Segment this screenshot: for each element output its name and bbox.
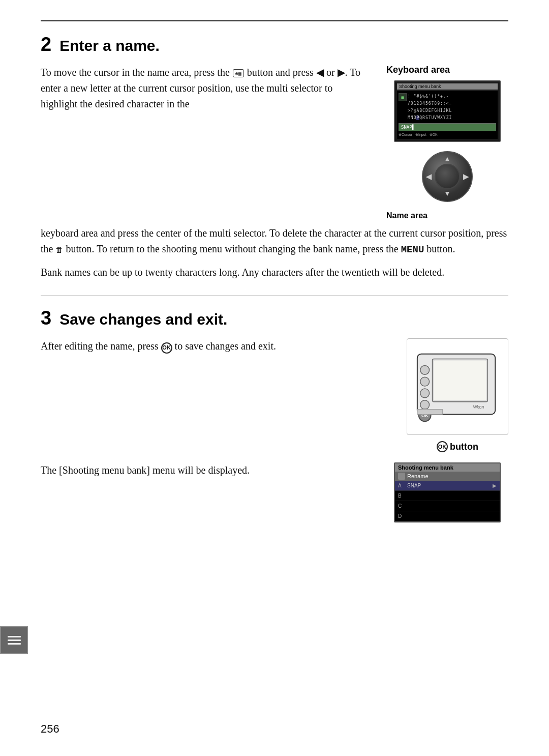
menu-rename-label: Rename [407, 473, 429, 479]
kb-name-input: SNAP▌ [399, 123, 496, 131]
svg-point-6 [420, 400, 430, 410]
section2: 2 Enter a name. To move the cursor in th… [41, 34, 508, 280]
section3-text: After editing the name, press OK to save… [41, 338, 391, 452]
menu-screen-container: Shooting menu bank Rename A SNAP ▶ B [386, 462, 508, 522]
kb-row4: MNOPQRSTUVWXYZI [408, 114, 496, 122]
svg-rect-2 [434, 361, 486, 400]
menu-row-b-label: B [398, 493, 407, 499]
section3-header: 3 Save changes and exit. [41, 307, 508, 329]
name-area-label: Name area [386, 211, 428, 220]
menu-rows: A SNAP ▶ B C D [395, 481, 500, 521]
menu-row-a-name: SNAP [407, 483, 493, 488]
section3-content: After editing the name, press OK to save… [41, 338, 508, 452]
kb-footer: ⊕Cursor ⊕Input ⊛OK [399, 133, 496, 137]
section3-bottom: The [Shooting menu bank] menu will be di… [41, 462, 508, 522]
svg-text:Nikon: Nikon [473, 404, 484, 410]
section3-number: 3 [41, 307, 51, 329]
keyboard-screen: Shooting menu bank ▦ ! "#$%&'()*+,- /012… [394, 80, 501, 142]
menu-button-label: MENU [401, 244, 424, 255]
trash-icon: 🗑 [55, 244, 63, 256]
tab-line-2 [8, 639, 21, 641]
section2-number: 2 [41, 34, 51, 55]
section2-right-panel: Keyboard area Shooting menu bank ▦ ! "#$… [386, 65, 508, 220]
bank-names-text: Bank names can be up to twenty character… [41, 265, 508, 280]
kb-title-bar: Shooting menu bank [397, 83, 498, 90]
page-number: 256 [41, 722, 59, 736]
section3: 3 Save changes and exit. After editing t… [41, 307, 508, 522]
menu-rename-item: Rename [395, 472, 500, 481]
dial-arrow-down: ▼ [444, 190, 451, 198]
camera-illustration: OK Nikon [407, 338, 508, 435]
dial-arrow-left: ◀ [426, 172, 432, 181]
q-button: ⊕▦ [233, 69, 244, 77]
dial-inner [435, 164, 460, 189]
kb-row2: /0123456789:;<= [408, 100, 496, 107]
section2-title: Enter a name. [59, 37, 160, 54]
keyboard-label: Keyboard area [386, 65, 450, 75]
section-divider [41, 296, 508, 296]
ok-button-text: button [450, 442, 478, 452]
menu-row-a-arrow: ▶ [493, 483, 497, 488]
menu-row-d: D [395, 511, 500, 521]
kb-row3: >?@ABCDEFGHIJKL [408, 107, 496, 114]
section2-content: To move the cursor in the name area, pre… [41, 65, 508, 220]
section2-text: To move the cursor in the name area, pre… [41, 65, 371, 220]
ok-circle-icon: OK [437, 441, 448, 452]
menu-row-a-label: A [398, 483, 407, 488]
kb-row1: ! "#$%&'()*+,- [408, 93, 496, 100]
tab-line-1 [8, 636, 21, 637]
side-tab [0, 626, 28, 654]
rename-icon [398, 473, 405, 480]
multi-selector-dial: ▲ ▼ ◀ ▶ [422, 151, 473, 202]
dial-outer: ▲ ▼ ◀ ▶ [422, 151, 473, 202]
top-border [41, 20, 508, 21]
menu-row-c: C [395, 501, 500, 511]
section3-para2-block: The [Shooting menu bank] menu will be di… [41, 462, 371, 484]
menu-screen: Shooting menu bank Rename A SNAP ▶ B [394, 462, 501, 522]
section3-right: OK Nikon OK button [407, 338, 508, 452]
svg-point-5 [420, 389, 430, 398]
section2-continued: keyboard area and press the center of th… [41, 225, 508, 257]
section3-para2: The [Shooting menu bank] menu will be di… [41, 462, 371, 478]
menu-row-c-label: C [398, 503, 407, 509]
section2-header: 2 Enter a name. [41, 34, 508, 55]
section3-title: Save changes and exit. [59, 311, 227, 328]
tab-lines-icon [8, 636, 21, 645]
tab-line-3 [8, 643, 21, 645]
menu-row-d-label: D [398, 513, 407, 519]
ok-button-inline: OK [161, 342, 172, 354]
svg-point-3 [420, 366, 430, 375]
svg-rect-10 [417, 410, 442, 415]
svg-point-4 [420, 377, 430, 387]
dial-arrow-up: ▲ [444, 155, 451, 163]
menu-row-a: A SNAP ▶ [395, 481, 500, 491]
menu-row-b: B [395, 491, 500, 501]
ok-button-label: OK button [437, 441, 478, 452]
section3-para1: After editing the name, press OK to save… [41, 338, 391, 354]
section2-para1: To move the cursor in the name area, pre… [41, 65, 371, 112]
dial-arrow-right: ▶ [463, 172, 469, 181]
menu-screen-title: Shooting menu bank [395, 463, 500, 472]
